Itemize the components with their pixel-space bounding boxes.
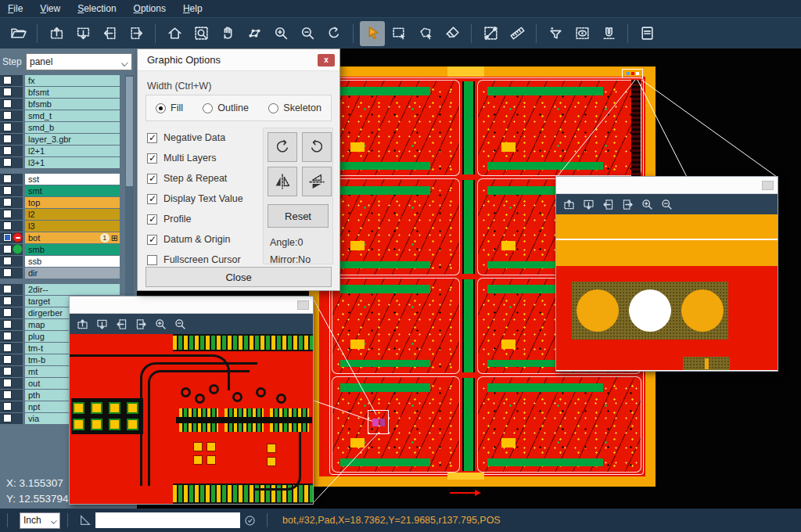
radio-skeleton[interactable]: Skeleton	[268, 102, 321, 113]
window-menu-button[interactable]	[297, 300, 309, 310]
radio-dot[interactable]	[268, 103, 278, 113]
visibility-button[interactable]	[569, 21, 594, 46]
option-negative-data[interactable]: Negative Data	[147, 132, 225, 143]
menu-help[interactable]: Help	[183, 3, 203, 14]
checkbox[interactable]	[147, 214, 157, 225]
layer-visibility-checkbox[interactable]	[3, 367, 12, 376]
layer-name-chip[interactable]: smd_b	[25, 122, 120, 133]
measure-ruler-button[interactable]	[505, 21, 530, 46]
layer-row-dir[interactable]: dir	[0, 268, 137, 279]
layer-name-chip[interactable]: bfsmb	[25, 99, 120, 110]
clean-select-button[interactable]	[440, 21, 465, 46]
checkbox[interactable]	[147, 153, 157, 164]
command-input[interactable]	[95, 512, 240, 528]
pcb-sub-board[interactable]	[332, 278, 460, 374]
poly-select-button[interactable]	[413, 21, 438, 46]
menu-selection[interactable]: Selection	[77, 3, 116, 14]
layer-name-chip[interactable]: sst	[25, 174, 120, 185]
option-display-text-value[interactable]: Display Text Value	[147, 193, 243, 204]
layer-visibility-checkbox[interactable]	[3, 76, 12, 84]
layer-name-chip[interactable]: smb	[25, 244, 120, 255]
layer-name-chip[interactable]: bfsmt	[25, 87, 120, 98]
checkbox[interactable]	[147, 255, 157, 265]
layer-visibility-checkbox[interactable]	[3, 402, 12, 411]
option-multi-layers[interactable]: Multi Layers	[147, 153, 216, 164]
zoom-out-button[interactable]	[660, 198, 673, 211]
unit-select[interactable]: Inch	[20, 512, 60, 529]
radio-dot[interactable]	[156, 103, 166, 113]
pan-up-button[interactable]	[76, 318, 89, 331]
filter-button[interactable]	[543, 21, 568, 46]
layer-visibility-checkbox[interactable]	[3, 268, 12, 277]
apply-check-icon[interactable]	[243, 514, 257, 527]
layer-visibility-checkbox[interactable]	[3, 308, 12, 317]
zoom-window-corner[interactable]	[555, 176, 778, 372]
layer-table-button[interactable]	[634, 21, 659, 46]
pan-up-button[interactable]	[44, 21, 69, 46]
layer-visibility-checkbox[interactable]	[3, 355, 12, 364]
layer-visibility-checkbox[interactable]	[3, 99, 12, 108]
layer-visibility-checkbox[interactable]	[3, 332, 12, 340]
pcb-sub-board[interactable]	[477, 80, 641, 176]
layer-row-smt[interactable]: smt	[0, 185, 137, 196]
layer-grid-icon[interactable]: ⊞	[111, 233, 118, 243]
menu-view[interactable]: View	[40, 3, 60, 14]
option-fullscreen-cursor[interactable]: Fullscreen Cursor	[147, 254, 241, 265]
layer-visibility-checkbox[interactable]	[3, 174, 12, 183]
layer-name-chip[interactable]: bot1⊞	[25, 232, 120, 243]
layer-visibility-checkbox[interactable]	[3, 158, 12, 167]
layer-visibility-checkbox[interactable]	[3, 221, 12, 230]
layer-row-bot[interactable]: bot1⊞	[0, 232, 137, 243]
layer-name-chip[interactable]: layer_3.gbr	[25, 134, 120, 145]
pcb-sub-board[interactable]	[332, 376, 460, 473]
zoom-home-button[interactable]	[162, 21, 187, 46]
pcb-sub-board[interactable]	[477, 376, 641, 473]
radio-fill[interactable]: Fill	[156, 102, 183, 113]
layer-color-dot-red[interactable]	[13, 232, 23, 243]
pcb-sub-board[interactable]	[332, 80, 460, 176]
rotate-cw-button[interactable]	[268, 132, 297, 162]
pan-down-button[interactable]	[95, 318, 109, 331]
layer-visibility-checkbox[interactable]	[3, 414, 12, 422]
option-step-repeat[interactable]: Step & Repeat	[147, 173, 227, 184]
snap-button[interactable]	[596, 21, 621, 46]
pan-hand-button[interactable]	[215, 21, 240, 46]
layer-visibility-checkbox[interactable]	[3, 233, 12, 242]
select-cursor-button[interactable]	[360, 21, 385, 46]
rect-select-button[interactable]	[386, 21, 411, 46]
layer-name-chip[interactable]: ssb	[25, 256, 120, 267]
radio-outline[interactable]: Outline	[203, 102, 249, 113]
pan-right-button[interactable]	[124, 21, 149, 46]
layer-visibility-checkbox[interactable]	[3, 135, 12, 143]
zoom-window-titlebar[interactable]	[556, 177, 778, 194]
layer-row-fx[interactable]: fx	[0, 75, 137, 86]
layer-row-l2+1[interactable]: l2+1	[0, 146, 137, 156]
layer-name-chip[interactable]: top	[25, 197, 120, 208]
layer-row-ssb[interactable]: ssb	[0, 256, 137, 267]
zoom-in-button[interactable]	[154, 318, 167, 331]
zoom-out-button[interactable]	[174, 318, 187, 331]
reset-button[interactable]: Reset	[268, 204, 329, 228]
layer-row-2dir--[interactable]: 2dir--	[0, 284, 137, 295]
layer-visibility-checkbox[interactable]	[3, 379, 12, 387]
option-datum-origin[interactable]: Datum & Origin	[147, 234, 230, 245]
layer-name-chip[interactable]: l2	[25, 209, 120, 220]
layer-row-l3+1[interactable]: l3+1	[0, 157, 137, 168]
layer-color-dot-green[interactable]	[13, 244, 23, 254]
layer-name-chip[interactable]: l3+1	[25, 157, 120, 168]
layer-visibility-checkbox[interactable]	[3, 123, 12, 131]
radio-dot[interactable]	[203, 103, 213, 113]
layer-row-l3[interactable]: l3	[0, 221, 137, 232]
layer-visibility-checkbox[interactable]	[3, 390, 12, 399]
pan-left-button[interactable]	[115, 318, 128, 331]
layer-row-sst[interactable]: sst	[0, 174, 137, 185]
checkbox[interactable]	[147, 194, 157, 204]
layer-row-layer_3.gbr[interactable]: layer_3.gbr	[0, 134, 137, 145]
layer-visibility-checkbox[interactable]	[3, 297, 12, 305]
layer-row-smd_t[interactable]: smd_t	[0, 110, 137, 121]
layer-visibility-checkbox[interactable]	[3, 198, 12, 207]
zoom-window-detail[interactable]	[69, 296, 314, 505]
layer-row-l2[interactable]: l2	[0, 209, 137, 220]
menu-options[interactable]: Options	[134, 3, 166, 14]
flip-horizontal-button[interactable]	[268, 167, 297, 196]
